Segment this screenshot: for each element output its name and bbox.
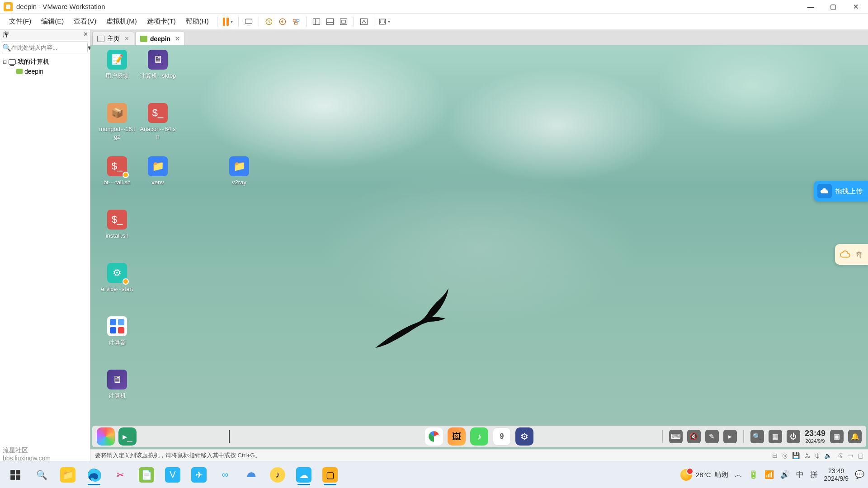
device-more-icon[interactable]: ▢ — [858, 452, 863, 459]
pause-vm-button[interactable]: ▾ — [221, 17, 235, 27]
dock-launcher[interactable] — [97, 427, 115, 446]
tray-notification[interactable]: 🔔 — [848, 430, 862, 443]
ime-mode[interactable]: 拼 — [810, 469, 818, 480]
device-usb-icon[interactable]: ψ — [815, 452, 820, 459]
app-v-button[interactable]: V — [161, 464, 184, 486]
library-close-button[interactable]: ✕ — [83, 31, 88, 38]
notes-button[interactable]: 📄 — [135, 464, 158, 486]
maximize-button[interactable]: ▢ — [828, 2, 838, 12]
tray-desktop[interactable]: ▣ — [830, 430, 844, 443]
dock-clock[interactable]: 23:49 2024/9/9 — [805, 429, 826, 444]
start-button[interactable] — [4, 464, 27, 486]
tray-volume-icon[interactable]: 🔊 — [780, 470, 790, 479]
wallpaper-bird — [371, 280, 475, 361]
icon-service-start[interactable]: ⚙ervice···start — [97, 263, 137, 316]
app-qqmusic-button[interactable]: ♪ — [266, 464, 289, 486]
device-printer-icon[interactable]: 🖨 — [836, 452, 843, 459]
tab-home[interactable]: 主页 ✕ — [92, 32, 134, 45]
dock-settings[interactable]: ⚙ — [515, 427, 533, 446]
device-cd-icon[interactable]: ◎ — [782, 452, 788, 459]
icon-install-sh[interactable]: $_install.sh — [97, 210, 137, 263]
menu-edit[interactable]: 编辑(E) — [37, 15, 68, 28]
menu-vm[interactable]: 虚拟机(M) — [102, 15, 142, 28]
dock-calendar[interactable]: 9 — [493, 427, 511, 446]
taskbar-clock[interactable]: 23:49 2024/9/9 — [824, 467, 849, 483]
tabs-row: 主页 ✕ deepin ✕ — [90, 30, 868, 45]
menubar: 文件(F) 编辑(E) 查看(V) 虚拟机(M) 选项卡(T) 帮助(H) ▾ … — [0, 14, 868, 30]
device-hdd-icon[interactable]: ⊟ — [772, 452, 778, 459]
upload-badge[interactable]: 拖拽上传 — [814, 181, 868, 202]
send-ctrl-alt-del-button[interactable] — [242, 15, 255, 28]
minimize-button[interactable]: — — [806, 2, 816, 12]
snip-button[interactable]: ✂ — [108, 464, 132, 486]
desktop-icons-grid: 📝用户反馈 🖥计算机···sktop 📦mongod···16.tgz $_An… — [97, 50, 259, 423]
menu-file[interactable]: 文件(F) — [5, 15, 36, 28]
icon-computer[interactable]: 🖥计算机 — [97, 370, 137, 423]
dock-browser[interactable] — [425, 427, 443, 446]
menu-view[interactable]: 查看(V) — [69, 15, 101, 28]
ime-lang[interactable]: 中 — [796, 469, 804, 480]
icon-v2ray[interactable]: 📁v2ray — [219, 156, 259, 210]
tray-power[interactable]: ⏻ — [787, 430, 800, 443]
library-panel: 库 ✕ 🔍 ▾ ⊟ 我的计算机 deepin — [0, 30, 90, 461]
notification-center-icon[interactable]: 💬 — [855, 470, 864, 479]
tray-search[interactable]: 🔍 — [750, 430, 764, 443]
dock-photos[interactable]: 🖼 — [448, 427, 466, 446]
menu-tabs[interactable]: 选项卡(T) — [142, 15, 180, 28]
edge-button[interactable] — [82, 464, 106, 486]
device-sound-icon[interactable]: 🔈 — [824, 452, 832, 459]
tray-edit[interactable]: ✎ — [705, 430, 719, 443]
app-vmware-button[interactable]: ▢ — [318, 464, 342, 486]
tray-chevron-icon[interactable]: ︿ — [735, 469, 742, 480]
dock-terminal[interactable]: ▸_ — [118, 427, 137, 446]
app-baidu-button[interactable]: ∞ — [213, 464, 237, 486]
library-title: 库 — [3, 31, 9, 39]
icon-bt-install[interactable]: $_bt-···tall.sh — [97, 156, 137, 210]
close-button[interactable]: ✕ — [851, 2, 861, 12]
explorer-button[interactable]: 📁 — [56, 464, 80, 486]
library-search[interactable]: 🔍 ▾ — [2, 42, 88, 53]
svg-rect-4 — [296, 19, 299, 21]
svg-rect-16 — [16, 470, 20, 474]
icon-computer-desktop[interactable]: 🖥计算机···sktop — [137, 50, 178, 103]
tree-my-computer[interactable]: ⊟ 我的计算机 — [1, 57, 89, 67]
snapshot-manager-button[interactable] — [290, 15, 302, 28]
view-thumbnail-button[interactable] — [324, 15, 336, 28]
app-cloud-button[interactable]: ☁ — [292, 464, 316, 486]
icon-feedback[interactable]: 📝用户反馈 — [97, 50, 137, 103]
stretch-button[interactable]: ▾ — [378, 15, 391, 28]
view-sidebar-button[interactable] — [310, 15, 323, 28]
icon-mongod[interactable]: 📦mongod···16.tgz — [97, 103, 137, 156]
svg-rect-0 — [245, 19, 252, 23]
weather-widget[interactable]: 28°C 晴朗 — [680, 469, 728, 481]
tray-forward[interactable]: ▸ — [723, 430, 737, 443]
search-input[interactable] — [11, 44, 87, 51]
search-button[interactable]: 🔍 — [30, 464, 53, 486]
snapshot-button[interactable] — [263, 15, 275, 28]
tray-wifi-icon[interactable]: 📶 — [764, 470, 774, 479]
icon-anaconda[interactable]: $_Anacon···64.sh — [137, 103, 178, 156]
device-net-icon[interactable]: 🖧 — [804, 452, 811, 459]
app-bird-button[interactable]: ✈ — [187, 464, 211, 486]
menu-help[interactable]: 帮助(H) — [181, 15, 213, 28]
guest-desktop[interactable]: 📝用户反馈 🖥计算机···sktop 📦mongod···16.tgz $_An… — [90, 45, 868, 449]
view-fullscreen-button[interactable] — [337, 15, 350, 28]
cloud-badge[interactable]: 奇 — [835, 244, 868, 265]
dock-music[interactable]: ♪ — [470, 427, 488, 446]
app-copilot-button[interactable] — [240, 464, 263, 486]
icon-calculator[interactable]: 计算器 — [97, 316, 137, 370]
snapshot-revert-button[interactable] — [276, 15, 289, 28]
tray-battery-icon[interactable]: 🔋 — [749, 470, 758, 479]
tray-keyboard[interactable]: ⌨ — [669, 430, 683, 443]
computer-icon — [9, 59, 16, 65]
device-floppy-icon[interactable]: 💾 — [792, 452, 800, 459]
tree-vm-deepin[interactable]: deepin — [1, 67, 89, 76]
tab-deepin-close[interactable]: ✕ — [175, 35, 180, 42]
tab-deepin[interactable]: deepin ✕ — [135, 32, 185, 45]
unity-button[interactable] — [358, 15, 370, 28]
device-display-icon[interactable]: ▭ — [847, 452, 853, 459]
icon-venv[interactable]: 📁venv — [137, 156, 178, 210]
tab-home-close[interactable]: ✕ — [124, 35, 129, 42]
tray-multitask[interactable]: ▦ — [769, 430, 782, 443]
tray-mute[interactable]: 🔇 — [687, 430, 701, 443]
